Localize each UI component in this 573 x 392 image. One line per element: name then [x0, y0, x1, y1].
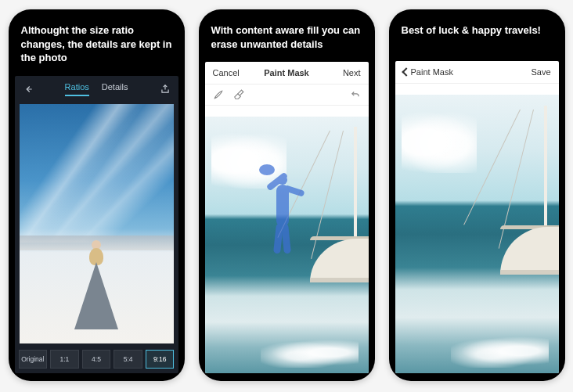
screen3-photo-result [395, 95, 559, 373]
screen1-photo-preview [20, 104, 174, 343]
screen2-photo-canvas[interactable] [205, 117, 369, 373]
person-figure [73, 240, 120, 334]
screen1-tabs: Ratios Details [65, 82, 128, 96]
back-button[interactable]: Paint Mask [403, 67, 453, 77]
cancel-button[interactable]: Cancel [213, 68, 246, 77]
caption-1: Althought the size ratio changes, the de… [15, 16, 178, 76]
brush-icon[interactable] [213, 89, 224, 100]
back-label: Paint Mask [411, 67, 453, 77]
screen-3: Paint Mask Save [395, 61, 559, 373]
share-icon[interactable] [160, 84, 171, 95]
screen3-navbar: Paint Mask Save [395, 61, 559, 84]
clouds [402, 111, 477, 172]
ratio-btn-9-16[interactable]: 9:16 [146, 350, 175, 369]
ratio-button-row: Original 1:1 4:5 5:4 9:16 [15, 347, 178, 373]
sky-clouds [20, 104, 174, 243]
phone-mockup-1: Althought the size ratio changes, the de… [9, 9, 185, 381]
ratio-btn-5-4[interactable]: 5:4 [114, 350, 142, 369]
wave-foam [261, 337, 359, 368]
next-button[interactable]: Next [328, 68, 361, 77]
screen1-topbar: Ratios Details [15, 76, 178, 99]
caption-2: With content aware fill you can erase un… [205, 16, 369, 62]
save-button[interactable]: Save [531, 67, 550, 77]
back-arrow-icon[interactable] [23, 84, 34, 95]
screen2-toolbar [205, 85, 369, 106]
screen2-title: Paint Mask [264, 68, 308, 77]
screen-2: Cancel Paint Mask Next [205, 62, 369, 373]
tool-icons-left [213, 89, 244, 100]
ratio-btn-original[interactable]: Original [19, 350, 48, 369]
screen-1: Ratios Details Original 1:1 4:5 5:4 9:16 [15, 76, 178, 373]
ratio-btn-1-1[interactable]: 1:1 [50, 350, 79, 369]
sailboat [477, 106, 559, 290]
chevron-left-icon [402, 67, 410, 76]
mask-overlay-person [264, 163, 303, 257]
caption-3: Best of luck & happy travels! [395, 16, 559, 61]
phone-mockup-3: Best of luck & happy travels! Paint Mask… [389, 9, 565, 381]
tab-ratios[interactable]: Ratios [65, 82, 89, 96]
phone-mockup-2: With content aware fill you can erase un… [199, 9, 375, 381]
eraser-icon[interactable] [233, 89, 244, 100]
tab-details[interactable]: Details [102, 82, 128, 96]
screen2-navbar: Cancel Paint Mask Next [205, 62, 369, 85]
wave-foam [451, 334, 549, 368]
ratio-btn-4-5[interactable]: 4:5 [82, 350, 111, 369]
undo-icon[interactable] [350, 89, 361, 100]
